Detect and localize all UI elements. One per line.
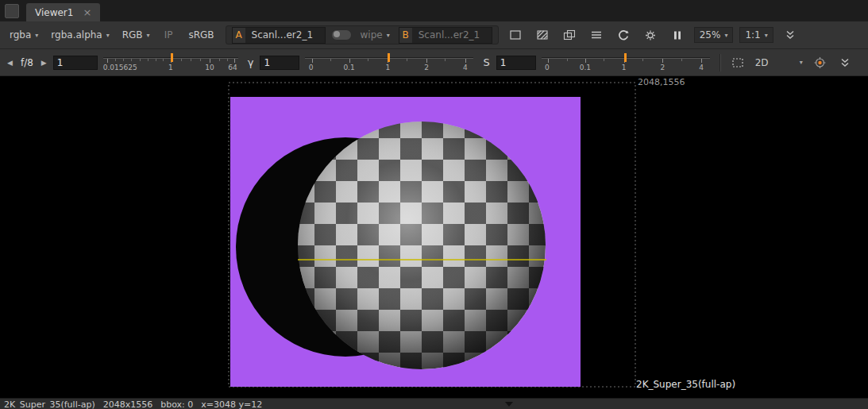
slider-tick-label: 10 [205,64,214,71]
status-resolution: 2048x1556 [103,399,153,409]
slider-tick-label: 64 [228,64,237,71]
slider-tick-label: 0.1 [343,64,354,71]
slider-tick [548,59,549,63]
viewer-toolbar-main: rgba ▾ rgba.alpha ▾ RGB ▾ IP sRGB A Scan… [0,21,868,49]
expand-toolbar-icon[interactable] [835,54,855,71]
tab-bar: Viewer1 × [0,0,868,21]
caret-down-icon: ▾ [35,32,38,39]
framing-square-icon[interactable] [505,26,526,44]
slider-minor-tick [330,59,331,61]
slider-minor-tick [140,59,141,61]
slider-minor-tick [123,59,124,61]
slider-minor-tick [181,59,182,61]
tab-title: Viewer1 [35,7,73,18]
fstop-next-icon[interactable]: ▶ [39,59,49,67]
pane-menu-icon[interactable] [5,4,19,18]
slider-tick [662,59,663,63]
roi-icon[interactable] [727,54,748,71]
caret-down-icon: ▾ [387,32,390,39]
slider-minor-tick [148,59,149,61]
separator [719,54,721,71]
gain-slider-handle[interactable] [171,53,173,62]
checker-overlay-icon[interactable] [532,26,553,44]
saturation-input[interactable] [496,56,536,70]
gear-icon[interactable] [640,26,661,44]
input-a-selector[interactable]: A Scanl...er2_1 [232,27,326,44]
layer-dropdown-label: rgba [10,29,31,41]
status-popup-triangle-icon[interactable] [505,402,513,407]
caret-down-icon: ▾ [765,32,768,39]
channels-label: RGB [122,29,143,41]
fstop-prev-icon[interactable]: ◀ [5,59,15,67]
gamma-input[interactable] [260,56,299,70]
slider-tick-label: 0 [545,64,550,71]
slider-tick-label: 2 [660,64,665,71]
expand-toolbar-icon[interactable] [780,26,800,44]
tab-viewer1[interactable]: Viewer1 × [26,3,100,21]
caret-down-icon: ▾ [147,32,150,39]
slider-tick [426,59,427,63]
slider-tick [210,59,210,63]
saturation-slider[interactable]: 0 0.1 1 2 4 [542,52,710,73]
input-process-button[interactable]: IP [160,27,178,43]
view-mode-dropdown[interactable]: 2D ▾ [752,55,806,71]
pixel-aspect-dropdown[interactable]: 1:1 ▾ [739,27,773,43]
input-b-selector[interactable]: B Scanl...er2_1 [399,27,492,44]
viewer-toolbar-grade: ◀ f/8 ▶ 0.015625 1 10 64 [0,49,868,76]
caret-down-icon: ▾ [106,32,110,39]
refresh-icon[interactable] [613,26,634,44]
slider-minor-tick [200,59,201,61]
caret-down-icon: ▾ [800,59,803,66]
zoom-level-dropdown[interactable]: 25% ▾ [694,27,734,43]
slider-minor-tick [131,59,132,61]
tab-close-icon[interactable]: × [83,7,91,17]
slider-tick-label: 4 [463,64,468,71]
slider-tick [107,59,108,63]
wipe-dropdown[interactable]: wipe ▾ [357,27,393,43]
ab-swap-toggle[interactable] [331,29,352,41]
slider-minor-tick [681,59,682,61]
slider-minor-tick [567,59,568,61]
proxy-mode-icon[interactable] [559,26,580,44]
slider-tick [234,59,235,63]
checker-sphere [298,122,546,369]
slider-minor-tick [604,59,604,61]
viewer-lut-button[interactable]: sRGB [183,27,218,43]
format-resolution-label: 2048,1556 [638,77,685,87]
slider-tick-label: 4 [699,64,704,71]
nuke-viewer-window: Viewer1 × rgba ▾ rgba.alpha ▾ RGB ▾ IP s… [0,0,868,409]
ab-wipe-group: A Scanl...er2_1 wipe ▾ B Scanl...er2_1 [226,25,499,44]
channels-dropdown[interactable]: RGB ▾ [119,27,153,43]
slider-minor-tick [407,59,407,61]
slider-minor-tick [227,59,228,61]
gamma-slider[interactable]: 0 0.1 1 2 4 [305,52,473,73]
slider-tick-label: 1 [168,64,173,71]
wipe-label: wipe [361,29,383,41]
input-b-letter: B [399,28,412,43]
slider-minor-tick [642,59,643,61]
alpha-layer-dropdown[interactable]: rgba.alpha ▾ [48,27,112,43]
saturation-symbol: S [480,56,492,68]
gamma-symbol: γ [245,56,257,68]
viewer-canvas[interactable]: 2048,1556 2K_Super_35(full-ap) [0,76,868,398]
pause-icon[interactable] [667,26,688,44]
format-name-label: 2K_Super_35(full-ap) [636,379,735,390]
view-mode-label: 2D [755,57,769,68]
gain-input[interactable] [53,56,98,70]
status-bbox: bbox: 0 [160,399,193,409]
menu-lines-icon[interactable] [586,26,607,44]
gain-slider[interactable]: 0.015625 1 10 64 [103,52,238,73]
alpha-layer-label: rgba.alpha [51,29,102,41]
gamma-slider-handle[interactable] [388,53,390,62]
status-format: 2K_Super_35(full-ap) [4,399,95,409]
layer-dropdown[interactable]: rgba ▾ [6,27,41,43]
slider-minor-tick [163,59,164,61]
slider-tick [585,59,586,63]
status-cursor: x=3048 y=12 [201,399,262,409]
saturation-slider-handle[interactable] [624,53,627,62]
crosshair-lock-icon[interactable] [810,54,831,71]
fstop-label: f/8 [19,57,35,68]
slider-tick [701,59,702,63]
slider-tick [465,59,466,63]
slider-minor-tick [191,59,191,61]
